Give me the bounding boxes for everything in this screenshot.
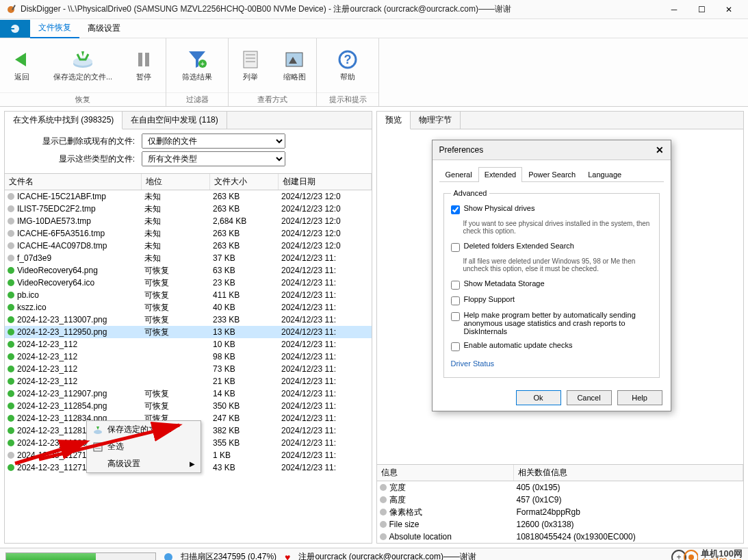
file-columns: 文件名 地位 文件大小 创建日期 [5,173,372,190]
chevron-right-icon: ▶ [190,460,195,468]
svg-rect-10 [244,51,257,68]
file-row[interactable]: VideoRecovery64.ico 可恢复 23 KB 2024/12/23… [5,277,372,289]
driver-status-link[interactable]: Driver Status [451,359,652,368]
check-metadata[interactable] [451,281,460,290]
tab-file-recovery[interactable]: 文件恢复 [30,19,79,38]
file-date: 2024/12/23 11: [281,352,372,361]
left-pane: 在文件系统中找到 (398325) 在自由空间中发现 (118) 显示已删除或现… [4,111,372,544]
info-row: 高度 457 (0x1C9) [377,494,744,506]
col-size[interactable]: 文件大小 [210,174,279,190]
info-dot-icon [380,496,387,503]
status-dot-icon [8,329,14,335]
save-selected-button[interactable]: 保存选定的文件... [44,38,122,92]
file-row[interactable]: IMG-10DAE573.tmp 未知 2,684 KB 2024/12/23 … [5,215,372,227]
check-show-physical[interactable] [451,205,460,214]
filter-type-select[interactable]: 所有文件类型 [142,151,285,166]
pref-help-button[interactable]: Help [617,390,662,405]
file-row[interactable]: 2024-12-23_112 98 KB 2024/12/23 11: [5,351,372,363]
funnel-icon: + [185,49,209,71]
back-arrow-icon [10,49,34,71]
pref-tabs: General Extended Power Search Language [439,167,664,182]
col-status[interactable]: 地位 [142,174,210,190]
info-value: 108180455424 (0x19300EC000) [517,532,636,542]
col-filename[interactable]: 文件名 [5,174,142,190]
file-name: ICACHE-6F5A3516.tmp [17,229,144,238]
file-row[interactable]: 2024-12-23_112854.png 可恢复 350 KB 2024/12… [5,400,372,412]
pref-close-button[interactable]: ✕ [656,144,664,155]
list-view-button[interactable]: 列举 [229,38,272,92]
pref-titlebar: Preferences ✕ [433,140,671,160]
file-row[interactable]: kszz.ico 可恢复 40 KB 2024/12/23 11: [5,301,372,314]
thumb-view-button[interactable]: 缩略图 [272,38,316,92]
file-row[interactable]: ILIST-75EDC2F2.tmp 未知 263 KB 2024/12/23 … [5,203,372,215]
file-list[interactable]: ICACHE-15C21ABF.tmp 未知 263 KB 2024/12/23… [5,190,372,543]
file-size: 233 KB [213,315,281,324]
info-row: 宽度 405 (0x195) [377,481,744,494]
filters: 显示已删除或现有的文件: 仅删除的文件 显示这些类型的文件: 所有文件类型 [5,129,372,173]
file-date: 2024/12/23 11: [281,463,372,472]
file-status: 可恢复 [144,400,213,412]
tab-free-space-found[interactable]: 在自由空间中发现 (118) [122,112,227,129]
file-status: 可恢复 [144,290,213,301]
tab-advanced-settings[interactable]: 高级设置 [79,19,129,38]
file-row[interactable]: 2024-12-23_112 10 KB 2024/12/23 11: [5,338,372,351]
col-date[interactable]: 创建日期 [279,174,372,190]
tab-preview[interactable]: 预览 [377,112,411,129]
file-status: 可恢复 [144,302,213,314]
file-row[interactable]: ICACHE-4AC097D8.tmp 未知 263 KB 2024/12/23… [5,240,372,252]
pref-tab-power[interactable]: Power Search [522,167,582,181]
file-name: kszz.ico [17,303,144,312]
ctx-select-all[interactable]: 全选 [87,438,201,455]
file-size: 73 KB [213,364,281,374]
info-key: File size [389,520,517,529]
close-button[interactable]: ✕ [715,1,743,18]
file-row[interactable]: VideoRecovery64.png 可恢复 63 KB 2024/12/23… [5,264,372,277]
file-status: 未知 [144,228,213,240]
file-row[interactable]: 2024-12-23_113007.png 可恢复 233 KB 2024/12… [5,314,372,326]
filter-button[interactable]: + 筛选结果 [166,38,228,92]
ctx-save-selected[interactable]: 保存选定的文件... [87,421,201,438]
brand-logo[interactable]: + 单机100网 danji100.com [671,549,743,561]
file-row[interactable]: f_07d3e9 未知 37 KB 2024/12/23 11: [5,252,372,264]
check-usage-stats[interactable] [451,312,460,321]
file-row[interactable]: pb.ico 可恢复 411 KB 2024/12/23 11: [5,289,372,301]
pref-tab-language[interactable]: Language [582,167,628,181]
heart-icon: ♥ [285,552,290,561]
tab-filesystem-found[interactable]: 在文件系统中找到 (398325) [5,112,122,129]
file-row[interactable]: ICACHE-15C21ABF.tmp 未知 263 KB 2024/12/23… [5,190,372,203]
svg-rect-3 [11,28,14,29]
pref-ok-button[interactable]: Ok [516,390,561,405]
back-button[interactable]: 返回 [0,38,44,92]
check-floppy[interactable] [451,296,460,305]
file-row[interactable]: 2024-12-23_112 21 KB 2024/12/23 11: [5,375,372,387]
info-dot-icon [380,484,387,491]
select-all-icon [92,442,103,453]
help-button[interactable]: ? 帮助 [317,38,378,92]
app-menu-icon[interactable] [0,20,30,38]
file-name: ICACHE-4AC097D8.tmp [17,241,144,251]
file-size: 13 KB [213,327,281,337]
file-size: 21 KB [213,377,281,386]
info-col-value[interactable]: 相关数值信息 [514,465,744,481]
check-auto-update[interactable] [451,342,460,351]
maximize-button[interactable]: ☐ [688,1,715,18]
filter-deleted-select[interactable]: 仅删除的文件 [142,133,285,149]
pause-button[interactable]: 暂停 [122,38,166,92]
file-row[interactable]: ICACHE-6F5A3516.tmp 未知 263 KB 2024/12/23… [5,227,372,240]
file-row[interactable]: 2024-12-23_112907.png 可恢复 14 KB 2024/12/… [5,387,372,400]
file-row[interactable]: 2024-12-23_112 73 KB 2024/12/23 11: [5,363,372,375]
file-row[interactable]: 2024-12-23_112950.png 可恢复 13 KB 2024/12/… [5,326,372,338]
check-deleted-folders[interactable] [451,243,460,252]
minimize-button[interactable]: ─ [660,1,688,18]
pref-tab-general[interactable]: General [439,167,478,181]
info-col-key[interactable]: 信息 [377,465,514,481]
tab-physical-bytes[interactable]: 物理字节 [411,112,461,129]
pref-cancel-button[interactable]: Cancel [567,390,612,405]
ctx-advanced[interactable]: 高级设置 ▶ [87,455,201,472]
progress-fill [6,553,96,561]
pref-tab-extended[interactable]: Extended [478,167,522,182]
file-date: 2024/12/23 12:0 [281,229,372,238]
file-size: 40 KB [213,303,281,312]
svg-text:+: + [677,552,682,561]
info-value: 405 (0x195) [517,483,560,492]
